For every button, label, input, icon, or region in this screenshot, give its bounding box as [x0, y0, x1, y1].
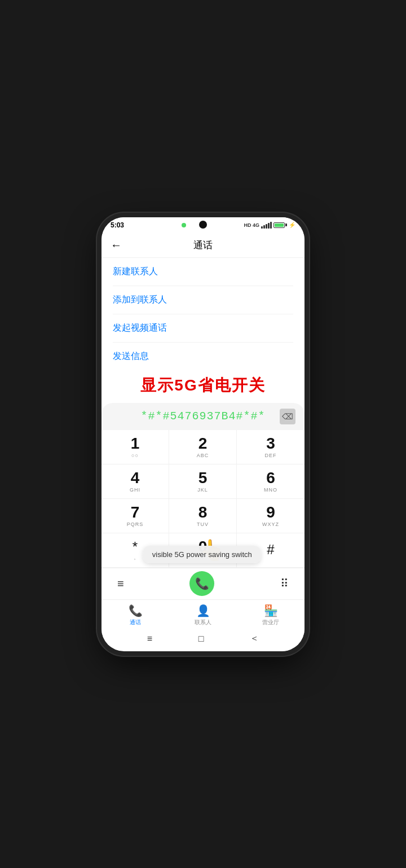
- key-6[interactable]: 6 MNO: [237, 464, 304, 499]
- key-8[interactable]: 8 TUV: [169, 499, 237, 533]
- key-4[interactable]: 4 GHI: [102, 464, 169, 499]
- overlay-banner: 显示5G省电开关: [102, 370, 304, 401]
- sys-home-button[interactable]: □: [198, 634, 204, 644]
- menu-item-video-call[interactable]: 发起视频通话: [113, 314, 293, 343]
- calls-label: 通话: [130, 619, 141, 626]
- system-nav-bar: ≡ □ ＜: [102, 631, 304, 647]
- call-btn-wrapper: visible 5G power saving switch 📞 👆: [189, 571, 214, 596]
- dial-input-row: *#*#5476937B4#*#* ⌫: [102, 403, 304, 430]
- sys-menu-button[interactable]: ≡: [147, 634, 152, 644]
- status-icons: HD 4G ⚡: [244, 222, 295, 229]
- page-title: 通话: [193, 239, 213, 252]
- call-button[interactable]: 📞: [189, 571, 214, 596]
- sys-back-button[interactable]: ＜: [250, 633, 259, 645]
- menu-item-send-message[interactable]: 发送信息: [113, 343, 293, 370]
- key-1[interactable]: 1 ○○: [102, 430, 169, 464]
- store-icon: 🏪: [264, 604, 278, 617]
- dialpad-section: *#*#5476937B4#*#* ⌫ 1 ○○ 2 ABC 3 DEF 4 G…: [102, 403, 304, 599]
- overlay-text: 显示5G省电开关: [111, 375, 295, 396]
- grid-icon[interactable]: ⠿: [280, 577, 289, 590]
- status-time: 5:03: [111, 221, 124, 229]
- key-9[interactable]: 9 WXYZ: [237, 499, 304, 533]
- phone-frame: 5:03 HD 4G ⚡ ← 通话: [102, 217, 304, 651]
- calls-icon: 📞: [129, 604, 143, 617]
- camera-notch: [199, 221, 207, 229]
- nav-item-calls[interactable]: 📞 通话: [102, 604, 169, 626]
- signal-bars: [261, 222, 272, 229]
- key-2[interactable]: 2 ABC: [169, 430, 237, 464]
- menu-lines-icon[interactable]: ≡: [117, 577, 124, 590]
- store-label: 营业厅: [262, 619, 279, 626]
- back-button[interactable]: ←: [111, 239, 122, 252]
- tooltip-text: visible 5G power saving switch: [152, 550, 252, 559]
- backspace-button[interactable]: ⌫: [280, 409, 295, 424]
- nav-item-contacts[interactable]: 👤 联系人: [169, 604, 237, 626]
- charging-icon: ⚡: [289, 222, 295, 228]
- dial-number-display: *#*#5476937B4#*#*: [111, 410, 295, 423]
- menu-item-add-contact[interactable]: 添加到联系人: [113, 286, 293, 314]
- header: ← 通话: [102, 233, 304, 258]
- tooltip: visible 5G power saving switch: [143, 546, 261, 563]
- bottom-nav: 📞 通话 👤 联系人 🏪 营业厅: [102, 599, 304, 631]
- contacts-label: 联系人: [195, 619, 211, 626]
- network-dot: [182, 223, 186, 227]
- key-3[interactable]: 3 DEF: [237, 430, 304, 464]
- menu-item-new-contact[interactable]: 新建联系人: [113, 258, 293, 286]
- call-icon: 📞: [195, 577, 209, 590]
- network-label: HD 4G: [244, 222, 259, 228]
- battery-icon: [273, 222, 287, 228]
- call-row: ≡ visible 5G power saving switch 📞 👆 ⠿: [102, 568, 304, 599]
- contacts-icon: 👤: [196, 604, 210, 617]
- key-7[interactable]: 7 PQRS: [102, 499, 169, 533]
- menu-section: 新建联系人 添加到联系人 发起视频通话 发送信息: [102, 258, 304, 370]
- nav-item-store[interactable]: 🏪 营业厅: [237, 604, 304, 626]
- key-5[interactable]: 5 JKL: [169, 464, 237, 499]
